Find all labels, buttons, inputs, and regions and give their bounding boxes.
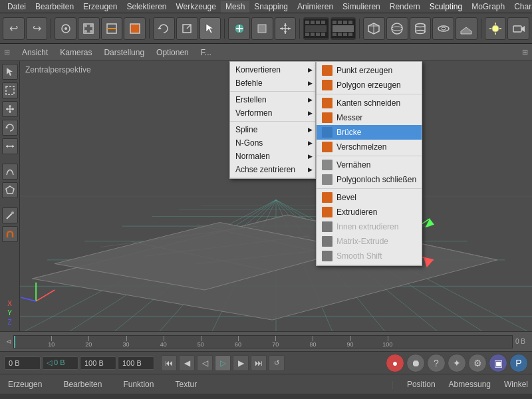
sidebar-cursor-btn[interactable]	[2, 64, 18, 80]
menu-erstellen[interactable]: Erstellen	[230, 93, 315, 106]
submenu-polygon-erzeugen[interactable]: Polygon erzeugen	[317, 78, 422, 92]
menu-rendern[interactable]: Rendern	[385, 1, 425, 13]
scale-button[interactable]	[176, 17, 198, 40]
submenu-bruecke[interactable]: Brücke	[317, 125, 422, 140]
play-btn[interactable]: ▷	[215, 355, 231, 371]
cylinder-button[interactable]	[410, 17, 432, 40]
move-button[interactable]	[275, 17, 297, 40]
menu-simulieren[interactable]: Simulieren	[338, 1, 385, 13]
menu-spline[interactable]: Spline	[230, 123, 315, 136]
menu-normalen[interactable]: Normalen	[230, 150, 315, 163]
submenu-extrudieren[interactable]: Extrudieren	[317, 205, 422, 219]
menu-datei[interactable]: Datei	[3, 1, 31, 13]
rotate-button[interactable]	[153, 17, 175, 40]
prev-frame-btn[interactable]: ◀	[179, 355, 195, 371]
mode-point-button[interactable]	[78, 17, 100, 40]
timeline-ruler[interactable]: 0 10 20 30 40 50 60 70 80 90 100	[13, 335, 513, 348]
play-backward-btn[interactable]: ◁	[197, 355, 213, 371]
sidebar-select-btn[interactable]	[2, 82, 18, 98]
menu-animieren[interactable]: Animieren	[293, 1, 338, 13]
transport-field-current[interactable]	[42, 356, 78, 370]
filmstrip1-button[interactable]	[303, 17, 329, 40]
goto-end-btn[interactable]: ⏭	[251, 355, 267, 371]
menu-verformen[interactable]: Verformen	[230, 106, 315, 120]
undo-button[interactable]: ↩	[3, 17, 25, 40]
menu-achse[interactable]: Achse zentrieren	[230, 163, 315, 176]
submenu-punkt-erzeugen[interactable]: Punkt erzeugen	[317, 63, 422, 78]
transport-field-end[interactable]	[80, 356, 116, 370]
transport-field-total[interactable]	[118, 356, 154, 370]
autokey-btn[interactable]: ⏺	[406, 354, 425, 372]
status-bearbeiten[interactable]: Bearbeiten	[59, 378, 106, 390]
menu-befehle[interactable]: Befehle	[230, 76, 315, 90]
viewport-filter[interactable]: F...	[198, 47, 214, 59]
menu-snapping[interactable]: Snapping	[249, 1, 293, 13]
viewport-expand-icon[interactable]: ⊞	[522, 48, 528, 57]
render-region-btn[interactable]: ▣	[489, 354, 507, 372]
sidebar-magnet-btn[interactable]	[2, 226, 18, 242]
submenu-bevel[interactable]: Bevel	[317, 190, 422, 205]
menu-konvertieren[interactable]: Konvertieren	[230, 63, 315, 76]
mode-edge-button[interactable]	[101, 17, 123, 40]
sidebar-y-label: Y	[7, 309, 12, 317]
filmstrip2-button[interactable]	[331, 17, 356, 40]
viewport-optionen[interactable]: Optionen	[154, 47, 192, 59]
redo-button[interactable]: ↪	[26, 17, 48, 40]
transport-field-start[interactable]	[4, 356, 41, 370]
menu-erzeugen[interactable]: Erzeugen	[78, 1, 122, 13]
torus-button[interactable]	[432, 17, 454, 40]
light-button[interactable]	[485, 17, 507, 40]
sidebar-move-btn[interactable]	[2, 101, 18, 117]
label-20: 20	[85, 341, 92, 348]
loop-btn[interactable]: ↺	[269, 355, 285, 371]
sidebar-scale-btn[interactable]	[2, 138, 18, 154]
submenu-messer[interactable]: Messer	[317, 110, 422, 125]
sidebar-scale-icon	[5, 142, 15, 151]
timeline-end: 0 B	[513, 338, 528, 345]
box-button[interactable]	[251, 17, 273, 40]
cube-icon	[367, 22, 380, 35]
menu-mesh[interactable]: Mesh	[221, 1, 249, 13]
add-button[interactable]	[228, 17, 250, 40]
record-btn[interactable]: ●	[386, 354, 404, 372]
next-frame-btn[interactable]: ▶	[233, 355, 249, 371]
submenu-verschmelzen[interactable]: Verschmelzen	[317, 140, 422, 154]
menu-werkzeuge[interactable]: Werkzeuge	[171, 1, 220, 13]
viewport-ansicht[interactable]: Ansicht	[19, 47, 51, 59]
sidebar-paint-btn[interactable]	[2, 207, 18, 223]
sidebar-poly-btn[interactable]	[2, 182, 18, 198]
snap-btn[interactable]: ✦	[448, 354, 466, 372]
smooth-icon	[322, 251, 332, 261]
playhead[interactable]	[14, 336, 15, 348]
help-btn[interactable]: ?	[427, 354, 446, 372]
menu-bearbeiten[interactable]: Bearbeiten	[31, 1, 78, 13]
camera-button[interactable]	[507, 17, 529, 40]
menu-selektieren[interactable]: Selektieren	[122, 1, 171, 13]
svg-point-56	[492, 25, 499, 32]
menu-charak[interactable]: Charak...	[509, 1, 532, 13]
menu-sculpting[interactable]: Sculpting	[425, 1, 467, 13]
mode-object-button[interactable]	[55, 17, 76, 40]
viewport-darstellung[interactable]: Darstellung	[101, 47, 147, 59]
goto-start-btn[interactable]: ⏮	[161, 355, 177, 371]
settings-btn[interactable]: ⚙	[468, 354, 487, 372]
submenu-polygonloch[interactable]: Polygonloch schließen	[317, 172, 422, 187]
status-funktion[interactable]: Funktion	[119, 378, 158, 390]
status-textur[interactable]: Textur	[171, 378, 201, 390]
submenu-vernaehen[interactable]: Vernähen	[317, 158, 422, 172]
sidebar-rotate-btn[interactable]	[2, 120, 18, 136]
mode-polygon-button[interactable]	[124, 17, 146, 40]
menu-ngons[interactable]: N-Gons	[230, 136, 315, 150]
sidebar-spline-btn[interactable]	[2, 164, 18, 180]
svg-line-76	[7, 213, 12, 219]
cube-button[interactable]	[363, 17, 385, 40]
viewport-kameras[interactable]: Kameras	[57, 47, 94, 59]
sidebar-select-icon	[5, 86, 15, 95]
submenu-kanten-schneiden[interactable]: Kanten schneiden	[317, 96, 422, 110]
render-btn[interactable]: P	[509, 354, 528, 372]
status-erzeugen[interactable]: Erzeugen	[4, 378, 46, 390]
plane-button[interactable]	[456, 17, 477, 40]
menu-mograph[interactable]: MoGraph	[467, 1, 509, 13]
cursor-button[interactable]	[200, 17, 221, 40]
sphere-button[interactable]	[386, 17, 408, 40]
